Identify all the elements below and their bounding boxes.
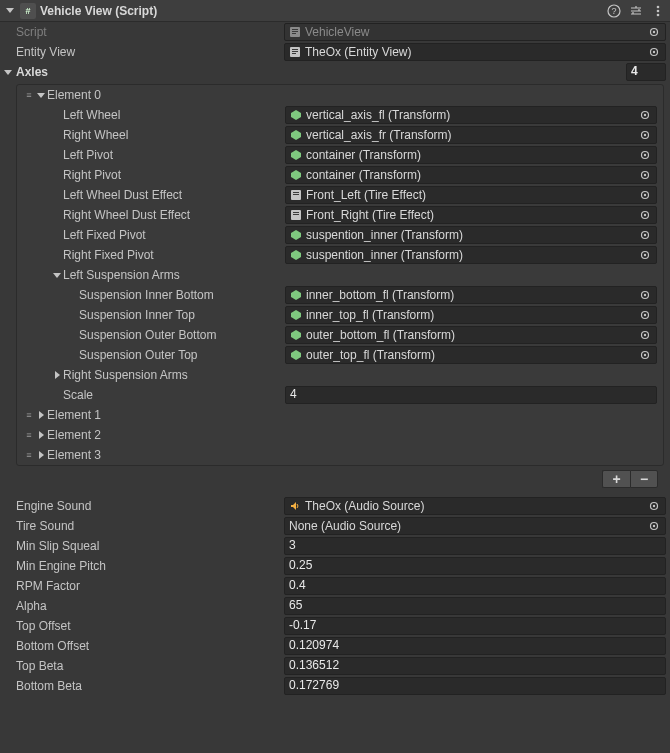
svg-rect-27	[293, 194, 299, 195]
susp-inner-top-row: Suspension Inner Top inner_top_fl (Trans…	[17, 305, 663, 325]
axles-foldout[interactable]	[2, 70, 14, 75]
left-fixed-pivot-field[interactable]: suspention_inner (Transform)	[285, 226, 657, 244]
axles-list-footer: + −	[16, 468, 664, 490]
object-picker-icon[interactable]	[638, 328, 652, 342]
svg-rect-13	[292, 51, 298, 52]
svg-point-42	[644, 314, 646, 316]
component-foldout[interactable]	[4, 5, 16, 17]
object-picker-icon[interactable]	[638, 308, 652, 322]
svg-rect-26	[293, 192, 299, 193]
engine-sound-field[interactable]: TheOx (Audio Source)	[284, 497, 666, 515]
entity-view-label: Entity View	[4, 45, 284, 59]
script-asset-icon	[289, 26, 301, 38]
top-offset-field[interactable]: -0.17	[284, 617, 666, 635]
drag-handle-icon[interactable]: ≡	[23, 450, 33, 460]
min-slip-squeal-field[interactable]: 3	[284, 537, 666, 555]
left-pivot-field[interactable]: container (Transform)	[285, 146, 657, 164]
svg-point-29	[644, 194, 646, 196]
element-1-header[interactable]: ≡ Element 1	[17, 405, 663, 425]
object-picker-icon[interactable]	[638, 248, 652, 262]
left-dust-field[interactable]: Front_Left (Tire Effect)	[285, 186, 657, 204]
object-picker-icon[interactable]	[638, 348, 652, 362]
top-beta-field[interactable]: 0.136512	[284, 657, 666, 675]
transform-icon	[290, 169, 302, 181]
bottom-offset-row: Bottom Offset 0.120974	[0, 636, 670, 656]
object-picker-icon[interactable]	[638, 288, 652, 302]
right-pivot-field[interactable]: container (Transform)	[285, 166, 657, 184]
svg-rect-31	[293, 212, 299, 213]
left-suspension-arms-header[interactable]: Left Suspension Arms	[17, 265, 663, 285]
left-dust-row: Left Wheel Dust Effect Front_Left (Tire …	[17, 185, 663, 205]
object-picker-icon[interactable]	[638, 148, 652, 162]
script-label: Script	[4, 25, 284, 39]
drag-handle-icon[interactable]: ≡	[23, 410, 33, 420]
right-wheel-field[interactable]: vertical_axis_fr (Transform)	[285, 126, 657, 144]
script-asset-icon	[290, 209, 302, 221]
preset-icon[interactable]	[628, 3, 644, 19]
element-3-header[interactable]: ≡ Element 3	[17, 445, 663, 465]
component-header: # Vehicle View (Script) ?	[0, 0, 670, 22]
tire-sound-field[interactable]: None (Audio Source)	[284, 517, 666, 535]
bottom-offset-field[interactable]: 0.120974	[284, 637, 666, 655]
svg-point-18	[644, 114, 646, 116]
object-picker-icon[interactable]	[647, 519, 661, 533]
susp-inner-top-field[interactable]: inner_top_fl (Transform)	[285, 306, 657, 324]
transform-icon	[290, 289, 302, 301]
object-picker-icon[interactable]	[638, 208, 652, 222]
svg-point-3	[657, 9, 660, 12]
transform-icon	[290, 249, 302, 261]
svg-text:?: ?	[611, 6, 616, 16]
susp-outer-top-field[interactable]: outer_top_fl (Transform)	[285, 346, 657, 364]
object-picker-icon[interactable]	[638, 128, 652, 142]
entity-view-field[interactable]: TheOx (Entity View)	[284, 43, 666, 61]
svg-point-20	[644, 134, 646, 136]
alpha-field[interactable]: 65	[284, 597, 666, 615]
rpm-factor-field[interactable]: 0.4	[284, 577, 666, 595]
element-2-header[interactable]: ≡ Element 2	[17, 425, 663, 445]
transform-icon	[290, 309, 302, 321]
susp-inner-bottom-field[interactable]: inner_bottom_fl (Transform)	[285, 286, 657, 304]
object-picker-icon[interactable]	[638, 108, 652, 122]
susp-outer-bottom-field[interactable]: outer_bottom_fl (Transform)	[285, 326, 657, 344]
svg-point-46	[644, 354, 646, 356]
left-wheel-row: Left Wheel vertical_axis_fl (Transform)	[17, 105, 663, 125]
help-icon[interactable]: ?	[606, 3, 622, 19]
object-picker-icon[interactable]	[638, 228, 652, 242]
left-wheel-field[interactable]: vertical_axis_fl (Transform)	[285, 106, 657, 124]
transform-icon	[290, 329, 302, 341]
svg-rect-7	[292, 31, 298, 32]
drag-handle-icon[interactable]: ≡	[23, 430, 33, 440]
add-element-button[interactable]: +	[602, 470, 630, 488]
right-suspension-arms-header[interactable]: Right Suspension Arms	[17, 365, 663, 385]
min-engine-pitch-field[interactable]: 0.25	[284, 557, 666, 575]
script-field: VehicleView	[284, 23, 666, 41]
right-dust-field[interactable]: Front_Right (Tire Effect)	[285, 206, 657, 224]
svg-rect-8	[292, 33, 296, 34]
object-picker-icon[interactable]	[638, 188, 652, 202]
engine-sound-row: Engine Sound TheOx (Audio Source)	[0, 496, 670, 516]
object-picker-icon[interactable]	[647, 45, 661, 59]
svg-point-10	[653, 31, 655, 33]
entity-view-row: Entity View TheOx (Entity View)	[0, 42, 670, 62]
svg-point-48	[653, 505, 655, 507]
object-picker-icon[interactable]	[647, 25, 661, 39]
scale-field[interactable]: 4	[285, 386, 657, 404]
transform-icon	[290, 229, 302, 241]
transform-icon	[290, 129, 302, 141]
element-0-header[interactable]: ≡ Element 0	[17, 85, 663, 105]
object-picker-icon[interactable]	[647, 499, 661, 513]
min-engine-pitch-row: Min Engine Pitch 0.25	[0, 556, 670, 576]
drag-handle-icon[interactable]: ≡	[23, 90, 33, 100]
axles-header[interactable]: Axles 4	[0, 62, 670, 82]
context-menu-icon[interactable]	[650, 3, 666, 19]
svg-point-22	[644, 154, 646, 156]
object-picker-icon[interactable]	[638, 168, 652, 182]
right-wheel-row: Right Wheel vertical_axis_fr (Transform)	[17, 125, 663, 145]
axles-size-field[interactable]: 4	[626, 63, 666, 81]
bottom-beta-field[interactable]: 0.172769	[284, 677, 666, 695]
script-icon: #	[20, 3, 36, 19]
remove-element-button[interactable]: −	[630, 470, 658, 488]
susp-inner-bottom-row: Suspension Inner Bottom inner_bottom_fl …	[17, 285, 663, 305]
left-pivot-row: Left Pivot container (Transform)	[17, 145, 663, 165]
right-fixed-pivot-field[interactable]: suspention_inner (Transform)	[285, 246, 657, 264]
